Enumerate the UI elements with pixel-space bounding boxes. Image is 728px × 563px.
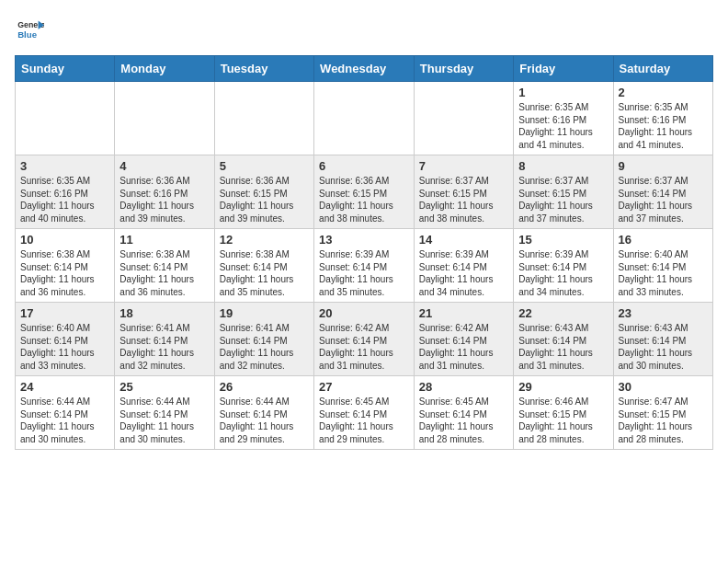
day-number: 9	[619, 159, 709, 173]
calendar-cell: 1Sunrise: 6:35 AM Sunset: 6:16 PM Daylig…	[514, 82, 613, 155]
calendar-week-row: 24Sunrise: 6:44 AM Sunset: 6:14 PM Dayli…	[16, 376, 713, 450]
calendar-cell: 30Sunrise: 6:47 AM Sunset: 6:15 PM Dayli…	[613, 376, 713, 450]
calendar-cell: 2Sunrise: 6:35 AM Sunset: 6:16 PM Daylig…	[613, 82, 713, 155]
weekday-header: Wednesday	[314, 56, 415, 82]
day-info: Sunrise: 6:40 AM Sunset: 6:14 PM Dayligh…	[20, 322, 109, 372]
page-header: General Blue	[15, 15, 713, 44]
calendar-cell: 25Sunrise: 6:44 AM Sunset: 6:14 PM Dayli…	[115, 376, 214, 450]
calendar-cell: 16Sunrise: 6:40 AM Sunset: 6:14 PM Dayli…	[613, 229, 713, 303]
day-number: 15	[518, 233, 608, 247]
day-number: 26	[220, 380, 309, 394]
day-number: 30	[619, 380, 709, 394]
calendar-week-row: 10Sunrise: 6:38 AM Sunset: 6:14 PM Dayli…	[16, 229, 713, 303]
calendar-week-row: 17Sunrise: 6:40 AM Sunset: 6:14 PM Dayli…	[16, 303, 713, 376]
calendar-cell: 15Sunrise: 6:39 AM Sunset: 6:14 PM Dayli…	[514, 229, 613, 303]
day-number: 13	[319, 233, 409, 247]
day-info: Sunrise: 6:39 AM Sunset: 6:14 PM Dayligh…	[518, 248, 608, 298]
calendar-week-row: 1Sunrise: 6:35 AM Sunset: 6:16 PM Daylig…	[16, 82, 713, 155]
calendar-cell: 20Sunrise: 6:42 AM Sunset: 6:14 PM Dayli…	[314, 303, 415, 376]
day-number: 22	[518, 306, 608, 320]
calendar-week-row: 3Sunrise: 6:35 AM Sunset: 6:16 PM Daylig…	[16, 155, 713, 229]
calendar-cell: 21Sunrise: 6:42 AM Sunset: 6:14 PM Dayli…	[414, 303, 513, 376]
calendar-cell	[115, 82, 214, 155]
logo-icon: General Blue	[15, 15, 44, 44]
logo: General Blue	[15, 15, 44, 44]
calendar-cell: 23Sunrise: 6:43 AM Sunset: 6:14 PM Dayli…	[613, 303, 713, 376]
weekday-header: Thursday	[414, 56, 513, 82]
calendar-cell	[16, 82, 115, 155]
calendar-cell: 11Sunrise: 6:38 AM Sunset: 6:14 PM Dayli…	[115, 229, 214, 303]
day-number: 24	[20, 380, 109, 394]
calendar-cell	[314, 82, 415, 155]
day-number: 3	[20, 159, 109, 173]
day-info: Sunrise: 6:47 AM Sunset: 6:15 PM Dayligh…	[619, 396, 709, 445]
day-info: Sunrise: 6:40 AM Sunset: 6:14 PM Dayligh…	[619, 248, 709, 298]
calendar-cell: 10Sunrise: 6:38 AM Sunset: 6:14 PM Dayli…	[16, 229, 115, 303]
calendar-cell: 18Sunrise: 6:41 AM Sunset: 6:14 PM Dayli…	[115, 303, 214, 376]
day-number: 6	[319, 159, 409, 173]
day-info: Sunrise: 6:45 AM Sunset: 6:14 PM Dayligh…	[319, 396, 409, 445]
day-number: 12	[220, 233, 309, 247]
day-info: Sunrise: 6:39 AM Sunset: 6:14 PM Dayligh…	[319, 248, 409, 298]
day-number: 25	[119, 380, 209, 394]
calendar-cell: 6Sunrise: 6:36 AM Sunset: 6:15 PM Daylig…	[314, 155, 415, 229]
day-info: Sunrise: 6:37 AM Sunset: 6:15 PM Dayligh…	[419, 175, 508, 224]
day-info: Sunrise: 6:44 AM Sunset: 6:14 PM Dayligh…	[20, 396, 109, 445]
day-info: Sunrise: 6:35 AM Sunset: 6:16 PM Dayligh…	[20, 175, 109, 224]
day-number: 11	[119, 233, 209, 247]
day-info: Sunrise: 6:36 AM Sunset: 6:15 PM Dayligh…	[319, 175, 409, 224]
day-number: 18	[119, 306, 209, 320]
day-info: Sunrise: 6:36 AM Sunset: 6:15 PM Dayligh…	[220, 175, 309, 224]
calendar-cell: 8Sunrise: 6:37 AM Sunset: 6:15 PM Daylig…	[514, 155, 613, 229]
calendar-cell: 3Sunrise: 6:35 AM Sunset: 6:16 PM Daylig…	[16, 155, 115, 229]
weekday-header: Saturday	[613, 56, 713, 82]
day-number: 19	[220, 306, 309, 320]
page-container: General Blue SundayMondayTuesdayWednesda…	[0, 0, 728, 459]
day-number: 8	[518, 159, 608, 173]
day-number: 10	[20, 233, 109, 247]
day-info: Sunrise: 6:35 AM Sunset: 6:16 PM Dayligh…	[619, 101, 709, 151]
day-info: Sunrise: 6:39 AM Sunset: 6:14 PM Dayligh…	[419, 248, 508, 298]
day-info: Sunrise: 6:43 AM Sunset: 6:14 PM Dayligh…	[619, 322, 709, 372]
weekday-header: Monday	[115, 56, 214, 82]
svg-text:Blue: Blue	[17, 29, 37, 40]
calendar-cell: 29Sunrise: 6:46 AM Sunset: 6:15 PM Dayli…	[514, 376, 613, 450]
weekday-header: Sunday	[16, 56, 115, 82]
day-number: 2	[619, 86, 709, 99]
weekday-header: Friday	[514, 56, 613, 82]
calendar-cell: 28Sunrise: 6:45 AM Sunset: 6:14 PM Dayli…	[414, 376, 513, 450]
day-number: 21	[419, 306, 508, 320]
day-number: 14	[419, 233, 508, 247]
day-info: Sunrise: 6:38 AM Sunset: 6:14 PM Dayligh…	[220, 248, 309, 298]
day-number: 29	[518, 380, 608, 394]
day-info: Sunrise: 6:37 AM Sunset: 6:15 PM Dayligh…	[518, 175, 608, 224]
calendar-cell: 17Sunrise: 6:40 AM Sunset: 6:14 PM Dayli…	[16, 303, 115, 376]
day-number: 4	[119, 159, 209, 173]
day-info: Sunrise: 6:41 AM Sunset: 6:14 PM Dayligh…	[119, 322, 209, 372]
calendar-cell: 12Sunrise: 6:38 AM Sunset: 6:14 PM Dayli…	[214, 229, 313, 303]
day-info: Sunrise: 6:46 AM Sunset: 6:15 PM Dayligh…	[518, 396, 608, 445]
calendar-cell	[214, 82, 313, 155]
calendar-cell: 13Sunrise: 6:39 AM Sunset: 6:14 PM Dayli…	[314, 229, 415, 303]
day-info: Sunrise: 6:44 AM Sunset: 6:14 PM Dayligh…	[220, 396, 309, 445]
calendar-cell: 7Sunrise: 6:37 AM Sunset: 6:15 PM Daylig…	[414, 155, 513, 229]
day-info: Sunrise: 6:43 AM Sunset: 6:14 PM Dayligh…	[518, 322, 608, 372]
calendar-cell: 5Sunrise: 6:36 AM Sunset: 6:15 PM Daylig…	[214, 155, 313, 229]
day-number: 7	[419, 159, 508, 173]
calendar-cell: 27Sunrise: 6:45 AM Sunset: 6:14 PM Dayli…	[314, 376, 415, 450]
day-info: Sunrise: 6:36 AM Sunset: 6:16 PM Dayligh…	[119, 175, 209, 224]
day-number: 17	[20, 306, 109, 320]
calendar-cell: 9Sunrise: 6:37 AM Sunset: 6:14 PM Daylig…	[613, 155, 713, 229]
calendar-cell: 22Sunrise: 6:43 AM Sunset: 6:14 PM Dayli…	[514, 303, 613, 376]
weekday-header-row: SundayMondayTuesdayWednesdayThursdayFrid…	[16, 56, 713, 82]
calendar-cell: 24Sunrise: 6:44 AM Sunset: 6:14 PM Dayli…	[16, 376, 115, 450]
day-number: 20	[319, 306, 409, 320]
day-number: 1	[518, 86, 608, 99]
day-info: Sunrise: 6:41 AM Sunset: 6:14 PM Dayligh…	[220, 322, 309, 372]
day-number: 28	[419, 380, 508, 394]
calendar-cell: 26Sunrise: 6:44 AM Sunset: 6:14 PM Dayli…	[214, 376, 313, 450]
day-info: Sunrise: 6:42 AM Sunset: 6:14 PM Dayligh…	[319, 322, 409, 372]
day-info: Sunrise: 6:45 AM Sunset: 6:14 PM Dayligh…	[419, 396, 508, 445]
day-info: Sunrise: 6:42 AM Sunset: 6:14 PM Dayligh…	[419, 322, 508, 372]
calendar-table: SundayMondayTuesdayWednesdayThursdayFrid…	[15, 55, 713, 450]
